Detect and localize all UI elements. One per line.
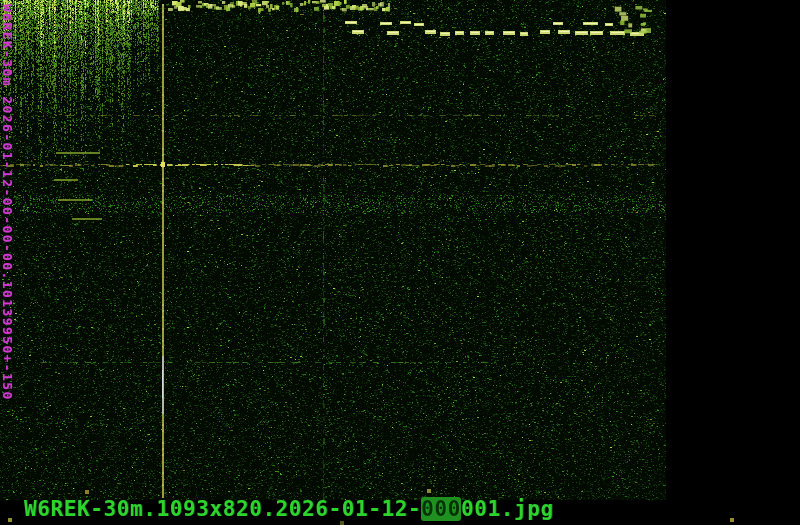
artifact-dot: [730, 518, 734, 522]
artifact-dot: [8, 518, 12, 522]
spectrogram-left-label: W6REK-30m 2026-01-12-00-00-00.10139950+-…: [0, 4, 14, 401]
artifact-dot: [340, 521, 344, 525]
grabber-screenshot: W6REK-30m 2026-01-12-00-00-00.10139950+-…: [0, 0, 800, 525]
artifact-dot: [85, 490, 89, 494]
filename-caption: W6REK-30m.1093x820.2026-01-12-000001.jpg: [24, 497, 554, 521]
caption-frame-counter: 000: [421, 497, 461, 521]
caption-prefix: W6REK-30m.1093x820.2026-01-12-: [24, 497, 421, 521]
spectrogram-canvas: [0, 0, 666, 500]
artifact-dot: [427, 489, 431, 493]
caption-suffix: 001.jpg: [461, 497, 554, 521]
